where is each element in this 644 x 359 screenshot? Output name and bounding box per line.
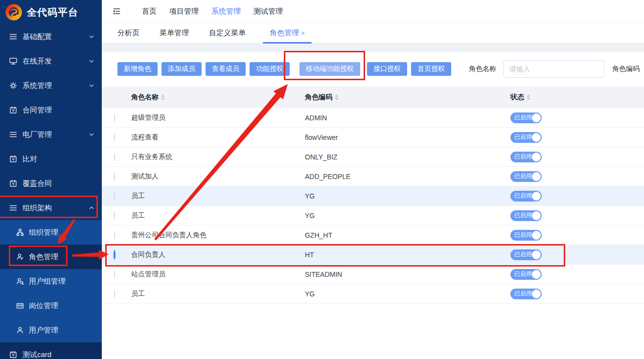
status-toggle[interactable]: 已启用 [510,191,542,202]
row-radio[interactable] [114,211,115,220]
status-toggle[interactable]: 已启用 [510,112,542,123]
homepage-auth-button[interactable]: 首页授权 [411,62,451,76]
table-row[interactable]: 员工 YG 已启用 [102,284,644,304]
chevron-down-icon [88,131,95,138]
sidebar: 全代码平台 基础配置 在线开发 系统管理 ¥ 合同管理 电厂管理 ¥ [0,0,102,359]
api-auth-button[interactable]: 接口授权 [367,62,407,76]
toggle-knob [532,153,541,161]
collapse-sidebar-icon[interactable] [112,6,121,16]
toggle-knob [532,290,541,298]
roles-table: 角色名称 角色编码 状态 超级管理员 ADMIN [102,87,644,304]
nav-item-project-mgmt[interactable]: 项目管理 [169,7,199,16]
status-toggle[interactable]: 已启用 [510,152,542,162]
toolbar: 新增角色 添加成员 查看成员 功能授权 移动端功能授权 接口授权 首页授权 角色… [102,52,644,78]
tab-menu-mgmt[interactable]: 菜单管理 [157,23,192,43]
tab-role-mgmt-label: 角色管理 [270,28,299,38]
sort-icon[interactable] [335,94,339,100]
nav-item-system-mgmt[interactable]: 系统管理 [211,7,241,16]
table-row[interactable]: 站点管理员 SITEADMIN 已启用 [102,265,644,284]
sidebar-item-compare[interactable]: ¥ 比对 [0,147,102,171]
toggle-knob [532,211,541,220]
status-toggle[interactable]: 已启用 [510,269,542,280]
top-navbar: 首页 项目管理 系统管理 测试管理 [102,0,644,23]
column-header-role-code[interactable]: 角色编码 [305,93,510,102]
sidebar-item-basic-config[interactable]: 基础配置 [0,24,102,49]
toggle-knob [532,172,541,181]
table-row[interactable]: 测试加人 ADD_PEOPLE 已启用 [102,167,644,186]
add-role-button[interactable]: 新增角色 [117,62,158,76]
column-header-role-name[interactable]: 角色名称 [131,93,305,102]
close-tab-icon[interactable]: × [301,29,305,37]
row-radio[interactable] [114,133,115,142]
tab-custom-menu[interactable]: 自定义菜单 [206,23,249,43]
status-toggle[interactable]: 已启用 [510,289,542,299]
app-logo-icon [5,3,23,21]
table-row[interactable]: 流程查看 flowViewer 已启用 [102,128,644,147]
sidebar-item-system-mgmt[interactable]: 系统管理 [0,73,102,98]
table-row[interactable]: 贵州公司合同负责人角色 GZH_HT 已启用 [102,225,644,245]
status-toggle[interactable]: 已启用 [510,230,542,241]
row-radio-checked[interactable] [114,250,115,260]
row-radio[interactable] [114,172,115,181]
chevron-down-icon [88,58,95,65]
row-radio[interactable] [114,231,115,240]
main-area: 首页 项目管理 系统管理 测试管理 分析页 菜单管理 自定义菜单 角色管理 × … [102,0,644,359]
svg-text:¥: ¥ [12,182,14,186]
nav-item-test-mgmt[interactable]: 测试管理 [253,7,283,16]
function-auth-button[interactable]: 功能授权 [250,62,290,76]
status-toggle[interactable]: 已启用 [510,132,542,143]
table-header: 角色名称 角色编码 状态 [102,87,644,108]
user-search-icon [16,277,24,286]
row-radio[interactable] [114,290,115,298]
sidebar-item-test-card[interactable]: ¥ 测试card [0,342,102,359]
sort-icon[interactable] [161,94,165,100]
status-toggle[interactable]: 已启用 [510,171,542,182]
menu-lines-icon [9,130,18,139]
toggle-knob [532,231,541,240]
row-radio[interactable] [114,113,115,122]
sidebar-item-online-dev[interactable]: 在线开发 [0,49,102,73]
table-row[interactable]: 只有业务系统 ONLY_BIZ 已启用 [102,147,644,167]
sidebar-item-org-mgmt[interactable]: 组织管理 [0,220,102,245]
calendar-yen-icon: ¥ [9,106,18,114]
chevron-down-icon [88,33,95,40]
row-radio[interactable] [114,192,115,201]
mobile-function-auth-button[interactable]: 移动端功能授权 [299,62,360,76]
sidebar-item-role-mgmt[interactable]: 角色管理 [0,245,102,269]
table-row[interactable]: 超级管理员 ADMIN 已启用 [102,108,644,128]
svg-text:¥: ¥ [12,109,14,113]
tab-analysis[interactable]: 分析页 [115,23,142,43]
logo-row: 全代码平台 [0,0,102,24]
row-radio[interactable] [114,153,115,161]
toggle-knob [532,192,541,201]
row-radio[interactable] [114,270,115,279]
org-structure-submenu: 组织管理 角色管理 用户组管理 岗位管理 用户管理 [0,220,102,342]
table-row[interactable]: 员工 YG 已启用 [102,206,644,225]
add-member-button[interactable]: 添加成员 [161,62,202,76]
gear-icon [9,81,18,90]
sidebar-item-user-group-mgmt[interactable]: 用户组管理 [0,269,102,293]
sidebar-item-org-structure[interactable]: 组织架构 [0,196,102,220]
sidebar-item-post-mgmt[interactable]: 岗位管理 [0,293,102,318]
nav-item-home[interactable]: 首页 [142,7,157,16]
sidebar-item-contract-mgmt[interactable]: ¥ 合同管理 [0,98,102,122]
status-toggle[interactable]: 已启用 [510,249,542,260]
monitor-icon [9,57,18,66]
table-row-selected[interactable]: 合同负责人 HT 已启用 [102,245,644,265]
toggle-knob [532,113,541,122]
user-icon [16,326,24,335]
role-code-filter-label: 角色编码 [612,65,640,73]
sidebar-item-plant-mgmt[interactable]: 电厂管理 [0,122,102,147]
toggle-knob [532,270,541,279]
menu-lines-icon [9,32,18,41]
sort-icon[interactable] [527,94,530,100]
role-name-input[interactable] [503,60,604,78]
view-members-button[interactable]: 查看成员 [206,62,246,76]
sidebar-item-cover-contract[interactable]: ¥ 覆盖合同 [0,171,102,196]
tab-role-mgmt[interactable]: 角色管理 × [263,23,312,43]
sidebar-item-user-mgmt[interactable]: 用户管理 [0,318,102,342]
svg-text:¥: ¥ [12,157,14,162]
table-row[interactable]: 员工 YG 已启用 [102,186,644,206]
column-header-status[interactable]: 状态 [510,93,644,102]
status-toggle[interactable]: 已启用 [510,210,542,221]
